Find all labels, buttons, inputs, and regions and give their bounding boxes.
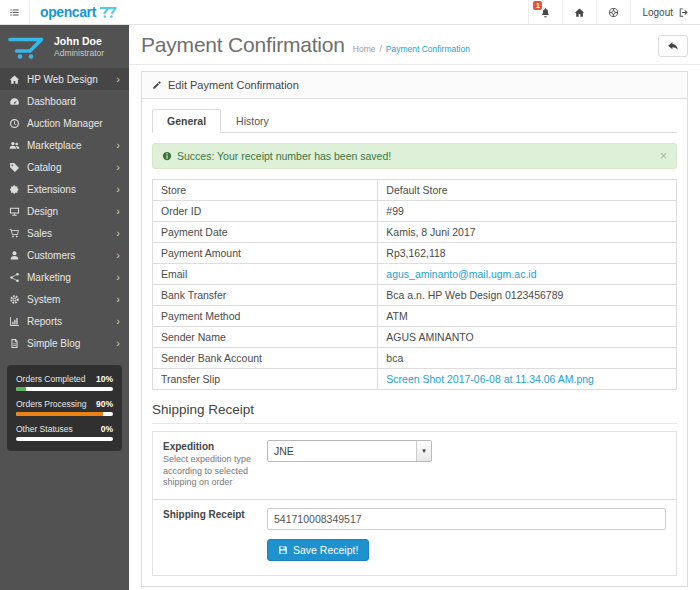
sidebar-item-simple-blog[interactable]: Simple Blog› bbox=[0, 332, 129, 354]
sidebar-item-marketplace[interactable]: Marketplace› bbox=[0, 134, 129, 156]
table-row: Emailagus_aminanto@mail.ugm.ac.id bbox=[153, 264, 677, 285]
sidebar-item-system[interactable]: System› bbox=[0, 288, 129, 310]
close-icon[interactable]: × bbox=[660, 150, 667, 162]
sidebar-item-auction-manager[interactable]: Auction Manager bbox=[0, 112, 129, 134]
tab-general[interactable]: General bbox=[152, 109, 221, 133]
shipping-receipt-row: Shipping Receipt Save Receipt! bbox=[153, 499, 676, 575]
menu-toggle-button[interactable] bbox=[0, 0, 29, 24]
row-label: Payment Method bbox=[153, 306, 378, 327]
row-label: Bank Transfer bbox=[153, 285, 378, 306]
opencart-logo-text: opencart bbox=[40, 4, 96, 20]
sidebar-item-label: Reports bbox=[27, 316, 109, 327]
row-value: Kamis, 8 Juni 2017 bbox=[386, 226, 475, 238]
expedition-select[interactable]: JNE ▾ bbox=[267, 440, 432, 462]
row-value-link[interactable]: Screen Shot 2017-06-08 at 11.34.06 AM.pn… bbox=[386, 373, 594, 385]
app-window: opencart 1 Logout John Doe Administrator… bbox=[0, 0, 700, 590]
page-title: Payment Confirmation bbox=[141, 33, 345, 57]
sidebar-item-catalog[interactable]: Catalog› bbox=[0, 156, 129, 178]
row-label: Store bbox=[153, 180, 378, 201]
store-home-button[interactable] bbox=[562, 0, 596, 24]
puzzle-icon bbox=[9, 184, 20, 195]
sidebar-item-label: Marketing bbox=[27, 272, 109, 283]
sidebar-item-reports[interactable]: Reports› bbox=[0, 310, 129, 332]
shipping-form: Expedition Select expedition type accord… bbox=[152, 431, 677, 576]
row-label: Transfer Slip bbox=[153, 369, 378, 390]
logout-button[interactable]: Logout bbox=[630, 0, 700, 24]
shipping-receipt-input[interactable] bbox=[267, 508, 666, 530]
dashboard-icon bbox=[9, 96, 20, 107]
gear-icon bbox=[9, 294, 20, 305]
panel-heading-label: Edit Payment Confirmation bbox=[168, 79, 299, 91]
breadcrumb-home[interactable]: Home bbox=[353, 44, 376, 54]
sidebar-item-design[interactable]: Design› bbox=[0, 200, 129, 222]
sidebar-item-customers[interactable]: Customers› bbox=[0, 244, 129, 266]
sidebar-item-extensions[interactable]: Extensions› bbox=[0, 178, 129, 200]
sidebar-item-label: Design bbox=[27, 206, 109, 217]
file-icon bbox=[9, 338, 20, 349]
profile-role: Administrator bbox=[54, 48, 104, 58]
stat-value: 90% bbox=[96, 399, 113, 409]
table-row: Sender Bank Accountbca bbox=[153, 348, 677, 369]
sidebar-item-marketing[interactable]: Marketing› bbox=[0, 266, 129, 288]
opencart-logo[interactable]: opencart bbox=[30, 0, 128, 24]
shipping-section-title: Shipping Receipt bbox=[152, 402, 677, 424]
sidebar-stats: Orders Completed10%Orders Processing90%O… bbox=[7, 365, 122, 451]
row-label: Sender Name bbox=[153, 327, 378, 348]
tab-history[interactable]: History bbox=[221, 109, 284, 133]
row-label: Order ID bbox=[153, 201, 378, 222]
success-alert: Succes: Your receipt number has been sav… bbox=[152, 143, 677, 169]
help-button[interactable] bbox=[596, 0, 630, 24]
panel-heading: Edit Payment Confirmation bbox=[142, 72, 687, 99]
row-value-link[interactable]: agus_aminanto@mail.ugm.ac.id bbox=[386, 268, 536, 280]
table-row: Payment MethodATM bbox=[153, 306, 677, 327]
success-alert-text: Succes: Your receipt number has been sav… bbox=[177, 150, 391, 162]
monitor-icon bbox=[9, 206, 20, 217]
sidebar-item-label: Dashboard bbox=[27, 96, 120, 107]
sidebar-item-label: HP Web Design bbox=[27, 74, 109, 85]
edit-panel: Edit Payment Confirmation General Histor… bbox=[141, 71, 688, 587]
chevron-right-icon: › bbox=[116, 272, 120, 283]
cart-logo-icon bbox=[7, 33, 47, 60]
sidebar: John Doe Administrator HP Web Design›Das… bbox=[0, 25, 129, 590]
row-value: AGUS AMINANTO bbox=[386, 331, 473, 343]
table-row: Transfer SlipScreen Shot 2017-06-08 at 1… bbox=[153, 369, 677, 390]
sidebar-item-label: Catalog bbox=[27, 162, 109, 173]
chevron-right-icon: › bbox=[116, 338, 120, 349]
tag-icon bbox=[9, 162, 20, 173]
topbar-spacer bbox=[128, 0, 528, 24]
expedition-label: Expedition bbox=[163, 441, 214, 452]
home-icon bbox=[574, 7, 585, 18]
stat-progress-bar bbox=[16, 437, 113, 441]
sidebar-menu: HP Web Design›DashboardAuction ManagerMa… bbox=[0, 68, 129, 354]
sidebar-item-label: Auction Manager bbox=[27, 118, 120, 129]
sidebar-item-dashboard[interactable]: Dashboard bbox=[0, 90, 129, 112]
chevron-right-icon: › bbox=[116, 184, 120, 195]
stat-value: 10% bbox=[96, 374, 113, 384]
back-button[interactable] bbox=[658, 35, 688, 57]
shipping-receipt-label: Shipping Receipt bbox=[163, 509, 245, 520]
stat-orders-completed: Orders Completed10% bbox=[16, 374, 113, 391]
sidebar-item-hp-web-design[interactable]: HP Web Design› bbox=[0, 68, 129, 90]
table-row: Bank TransferBca a.n. HP Web Design 0123… bbox=[153, 285, 677, 306]
sidebar-item-label: Marketplace bbox=[27, 140, 109, 151]
chevron-right-icon: › bbox=[116, 250, 120, 261]
row-value: Rp3,162,118 bbox=[386, 247, 445, 259]
content-area: Edit Payment Confirmation General Histor… bbox=[129, 65, 700, 590]
chevron-down-icon: ▾ bbox=[416, 441, 431, 461]
logout-label: Logout bbox=[642, 7, 673, 18]
chevron-right-icon: › bbox=[116, 140, 120, 151]
sidebar-item-sales[interactable]: Sales› bbox=[0, 222, 129, 244]
row-value: Default Store bbox=[386, 184, 447, 196]
share-icon bbox=[9, 272, 20, 283]
sidebar-item-label: Customers bbox=[27, 250, 109, 261]
row-value: #99 bbox=[386, 205, 404, 217]
tab-bar: General History bbox=[152, 109, 677, 133]
breadcrumb-current[interactable]: Payment Confirmation bbox=[386, 44, 470, 54]
notifications-button[interactable]: 1 bbox=[528, 0, 562, 24]
sidebar-item-label: Extensions bbox=[27, 184, 109, 195]
chevron-right-icon: › bbox=[116, 294, 120, 305]
stat-value: 0% bbox=[101, 424, 113, 434]
save-receipt-button[interactable]: Save Receipt! bbox=[267, 539, 369, 561]
users-icon bbox=[9, 140, 20, 151]
breadcrumb-separator: / bbox=[379, 44, 381, 54]
